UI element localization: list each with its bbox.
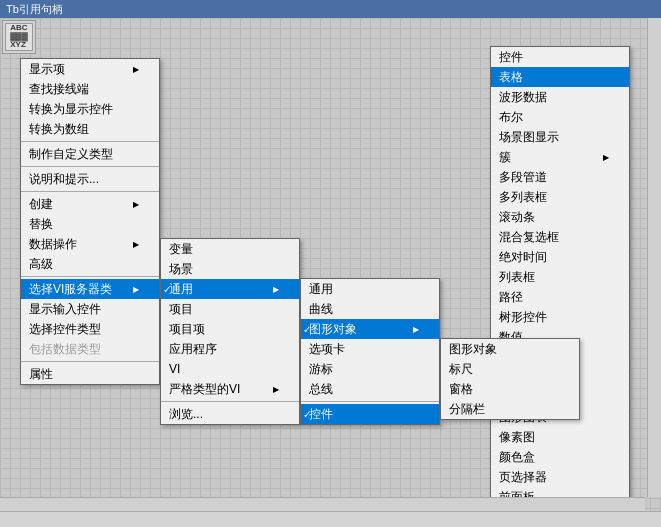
menu-item-ruler[interactable]: 标尺 — [441, 359, 579, 379]
menu-item-project-item[interactable]: 项目项 — [161, 319, 299, 339]
menu-item-multi-pipe[interactable]: 多段管道 — [491, 167, 629, 187]
menu-item-page-selector[interactable]: 页选择器 — [491, 467, 629, 487]
menu-item-splitter[interactable]: 分隔栏 — [441, 399, 579, 419]
context-menu-4: 控件表格波形数据布尔场景图显示簇▶多段管道多列表框滚动条混合复选框绝对时间列表框… — [490, 46, 630, 527]
menu-separator — [161, 401, 299, 402]
title-bar: Tb引用句柄 — [0, 0, 661, 18]
menu-item-common-item[interactable]: 通用 — [301, 279, 439, 299]
context-menu-3: 通用曲线✓图形对象▶选项卡游标总线✓控件 — [300, 278, 440, 425]
menu-item-bool[interactable]: 布尔 — [491, 107, 629, 127]
context-menu-graph-obj: 图形对象标尺窗格分隔栏 — [440, 338, 580, 420]
menu-item-curve[interactable]: 曲线 — [301, 299, 439, 319]
menu-item-abs-time[interactable]: 绝对时间 — [491, 247, 629, 267]
horizontal-scrollbar[interactable] — [0, 497, 645, 511]
menu-separator — [21, 141, 159, 142]
menu-item-cursor[interactable]: 游标 — [301, 359, 439, 379]
menu-item-ctrl[interactable]: ✓控件 — [301, 404, 439, 424]
menu-item-bus[interactable]: 总线 — [301, 379, 439, 399]
title-text: Tb引用句柄 — [6, 2, 63, 17]
menu-item-graph-obj[interactable]: ✓图形对象▶ — [301, 319, 439, 339]
menu-item-advanced[interactable]: 高级 — [21, 254, 159, 274]
menu-item-show-input[interactable]: 显示输入控件 — [21, 299, 159, 319]
menu-item-graph-obj-item[interactable]: 图形对象 — [441, 339, 579, 359]
status-bar — [0, 511, 661, 527]
menu-item-table[interactable]: 表格 — [491, 67, 629, 87]
menu-item-data-ops[interactable]: 数据操作▶ — [21, 234, 159, 254]
menu-item-application[interactable]: 应用程序 — [161, 339, 299, 359]
menu-item-scene-display[interactable]: 场景图显示 — [491, 127, 629, 147]
menu-item-browse[interactable]: 浏览... — [161, 404, 299, 424]
menu-item-select-vi[interactable]: 选择VI服务器类▶ — [21, 279, 159, 299]
menu-item-multi-listbox[interactable]: 多列表框 — [491, 187, 629, 207]
menu-separator — [21, 191, 159, 192]
menu-item-replace[interactable]: 替换 — [21, 214, 159, 234]
toolbar-icon: ABC▓▓▓XYZ — [5, 23, 33, 51]
menu-item-project[interactable]: 项目 — [161, 299, 299, 319]
context-menu-2: 变量场景✓通用▶项目项目项应用程序VI严格类型的VI▶浏览... — [160, 238, 300, 425]
menu-item-vi[interactable]: VI — [161, 359, 299, 379]
menu-item-find-terminal[interactable]: 查找接线端 — [21, 79, 159, 99]
menu-item-create[interactable]: 创建▶ — [21, 194, 159, 214]
menu-item-waveform[interactable]: 波形数据 — [491, 87, 629, 107]
toolbar: ABC▓▓▓XYZ — [2, 20, 36, 54]
menu-item-scene[interactable]: 场景 — [161, 259, 299, 279]
menu-separator — [21, 361, 159, 362]
menu-item-scrollbar[interactable]: 滚动条 — [491, 207, 629, 227]
menu-item-ctrl-top[interactable]: 控件 — [491, 47, 629, 67]
menu-item-convert-array[interactable]: 转换为数组 — [21, 119, 159, 139]
menu-item-include-type[interactable]: 包括数据类型 — [21, 339, 159, 359]
menu-item-tab[interactable]: 选项卡 — [301, 339, 439, 359]
menu-item-color-box[interactable]: 颜色盒 — [491, 447, 629, 467]
menu-item-show-items[interactable]: 显示项▶ — [21, 59, 159, 79]
menu-item-make-custom[interactable]: 制作自定义类型 — [21, 144, 159, 164]
menu-item-select-type[interactable]: 选择控件类型 — [21, 319, 159, 339]
vertical-scrollbar[interactable] — [647, 18, 661, 497]
menu-item-properties[interactable]: 属性 — [21, 364, 159, 384]
menu-separator — [301, 401, 439, 402]
menu-item-description[interactable]: 说明和提示... — [21, 169, 159, 189]
menu-item-tree-ctrl[interactable]: 树形控件 — [491, 307, 629, 327]
menu-item-pixmap[interactable]: 像素图 — [491, 427, 629, 447]
menu-item-convert-display[interactable]: 转换为显示控件 — [21, 99, 159, 119]
menu-separator — [21, 166, 159, 167]
menu-item-combo-check[interactable]: 混合复选框 — [491, 227, 629, 247]
menu-item-common[interactable]: ✓通用▶ — [161, 279, 299, 299]
menu-item-listbox[interactable]: 列表框 — [491, 267, 629, 287]
main-area: ABC▓▓▓XYZ 显示项▶查找接线端转换为显示控件转换为数组制作自定义类型说明… — [0, 18, 661, 527]
menu-item-pane[interactable]: 窗格 — [441, 379, 579, 399]
menu-item-path[interactable]: 路径 — [491, 287, 629, 307]
menu-separator — [21, 276, 159, 277]
context-menu-1: 显示项▶查找接线端转换为显示控件转换为数组制作自定义类型说明和提示...创建▶替… — [20, 58, 160, 385]
menu-item-variable[interactable]: 变量 — [161, 239, 299, 259]
menu-item-strict-vi[interactable]: 严格类型的VI▶ — [161, 379, 299, 399]
menu-item-cluster[interactable]: 簇▶ — [491, 147, 629, 167]
